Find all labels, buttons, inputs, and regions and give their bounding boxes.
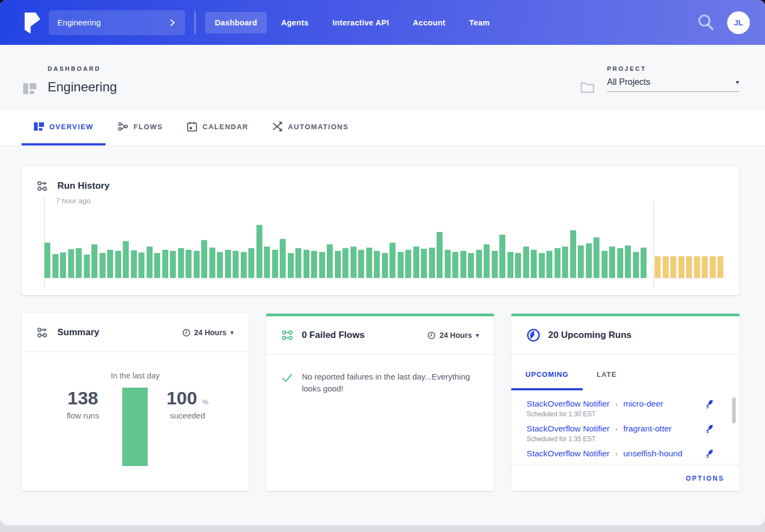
run-history-bar-completed[interactable] xyxy=(123,241,129,278)
run-history-bar-completed[interactable] xyxy=(593,237,599,278)
run-history-bar-completed[interactable] xyxy=(452,252,458,278)
run-history-bar-completed[interactable] xyxy=(44,243,50,278)
run-history-bar-completed[interactable] xyxy=(178,248,184,278)
run-history-bar-completed[interactable] xyxy=(342,248,348,278)
run-history-bar-completed[interactable] xyxy=(186,250,192,278)
search-icon[interactable] xyxy=(696,12,716,33)
run-history-bar-completed[interactable] xyxy=(531,250,537,278)
run-history-bar-completed[interactable] xyxy=(562,247,568,278)
prefect-logo-icon[interactable] xyxy=(16,9,43,36)
rocket-icon[interactable] xyxy=(705,399,716,410)
run-history-bar-completed[interactable] xyxy=(586,243,592,278)
run-history-bar-completed[interactable] xyxy=(319,252,325,278)
summary-period-dropdown[interactable]: 24 Hours ▾ xyxy=(182,328,234,337)
run-history-bar-completed[interactable] xyxy=(445,250,451,278)
run-history-bar-completed[interactable] xyxy=(460,251,466,278)
run-history-bar-completed[interactable] xyxy=(429,248,435,278)
run-history-bar-completed[interactable] xyxy=(264,247,270,278)
run-history-bar-completed[interactable] xyxy=(60,252,66,278)
tab-calendar[interactable]: CALENDAR xyxy=(175,110,260,145)
run-history-bar-completed[interactable] xyxy=(523,247,529,278)
run-history-bar-completed[interactable] xyxy=(248,248,254,278)
run-history-bar-scheduled[interactable] xyxy=(710,256,716,278)
run-history-bar-completed[interactable] xyxy=(209,248,215,278)
run-link[interactable]: fragrant-otter xyxy=(623,424,672,433)
run-history-bar-completed[interactable] xyxy=(398,252,404,278)
run-history-bar-scheduled[interactable] xyxy=(702,256,708,278)
run-history-bar-completed[interactable] xyxy=(499,235,505,278)
run-link[interactable]: unselfish-hound xyxy=(623,449,682,458)
run-history-bar-completed[interactable] xyxy=(546,251,552,278)
run-history-bar-completed[interactable] xyxy=(162,250,168,278)
tab-flows[interactable]: FLOWS xyxy=(105,110,175,145)
run-history-bar-completed[interactable] xyxy=(625,245,631,278)
team-selector-button[interactable]: Engineering xyxy=(49,10,185,35)
run-history-bar-scheduled[interactable] xyxy=(717,256,723,278)
run-history-bar-completed[interactable] xyxy=(374,251,380,278)
run-history-bar-completed[interactable] xyxy=(107,250,113,278)
run-history-bar-scheduled[interactable] xyxy=(686,256,692,278)
subtab-late[interactable]: LATE xyxy=(583,355,631,390)
run-link[interactable]: micro-deer xyxy=(623,399,663,408)
run-history-bar-completed[interactable] xyxy=(68,249,74,278)
run-history-bar-completed[interactable] xyxy=(633,252,639,278)
run-history-bar-completed[interactable] xyxy=(311,251,317,278)
run-history-bar-completed[interactable] xyxy=(327,244,333,278)
run-history-bar-completed[interactable] xyxy=(233,251,239,278)
run-history-bar-completed[interactable] xyxy=(617,248,623,278)
run-history-bar-completed[interactable] xyxy=(468,253,474,278)
run-history-bar-completed[interactable] xyxy=(170,251,176,278)
run-history-bar-completed[interactable] xyxy=(154,253,160,278)
run-history-bar-completed[interactable] xyxy=(539,253,545,278)
rocket-icon[interactable] xyxy=(705,449,716,460)
scrollbar-thumb[interactable] xyxy=(732,397,736,423)
run-history-bar-completed[interactable] xyxy=(225,250,231,278)
run-history-bar-completed[interactable] xyxy=(492,251,498,278)
run-history-bar-completed[interactable] xyxy=(476,250,482,278)
flow-link[interactable]: StackOverflow Notifier xyxy=(526,449,609,458)
run-history-bar-completed[interactable] xyxy=(217,252,223,278)
run-history-bar-scheduled[interactable] xyxy=(655,256,661,278)
run-history-bar-completed[interactable] xyxy=(421,249,427,278)
nav-item-team[interactable]: Team xyxy=(459,12,499,34)
run-history-bar-completed[interactable] xyxy=(76,248,82,278)
run-history-bar-completed[interactable] xyxy=(570,230,576,278)
run-history-bar-completed[interactable] xyxy=(288,253,294,278)
run-history-bar-completed[interactable] xyxy=(335,251,341,278)
run-history-bar-completed[interactable] xyxy=(602,251,608,278)
run-history-bar-completed[interactable] xyxy=(280,239,286,278)
run-history-bar-scheduled[interactable] xyxy=(663,256,669,278)
nav-item-agents[interactable]: Agents xyxy=(271,12,318,34)
failed-flows-period-dropdown[interactable]: 24 Hours ▾ xyxy=(427,331,479,340)
run-history-bar-completed[interactable] xyxy=(515,253,521,278)
run-history-bar-completed[interactable] xyxy=(578,245,584,278)
run-history-bar-completed[interactable] xyxy=(484,244,490,278)
run-history-bar-completed[interactable] xyxy=(382,253,388,278)
options-button[interactable]: OPTIONS xyxy=(686,475,725,482)
run-history-bar-completed[interactable] xyxy=(641,248,647,278)
run-history-bar-completed[interactable] xyxy=(609,247,615,278)
run-history-bar-completed[interactable] xyxy=(304,250,309,278)
run-history-bar-completed[interactable] xyxy=(366,248,372,278)
run-history-bar-completed[interactable] xyxy=(115,251,121,278)
run-history-bar-completed[interactable] xyxy=(100,253,105,278)
project-select[interactable]: All Projects ▾ xyxy=(607,77,739,92)
tab-automations[interactable]: AUTOMATIONS xyxy=(260,110,360,145)
run-history-bar-completed[interactable] xyxy=(147,247,153,278)
run-history-bar-completed[interactable] xyxy=(358,250,364,278)
run-history-bar-completed[interactable] xyxy=(507,252,513,278)
flow-link[interactable]: StackOverflow Notifier xyxy=(526,399,609,408)
flow-link[interactable]: StackOverflow Notifier xyxy=(526,424,609,433)
run-history-bar-completed[interactable] xyxy=(272,250,278,278)
run-history-bar-completed[interactable] xyxy=(390,243,395,278)
run-history-bar-scheduled[interactable] xyxy=(670,256,676,278)
run-history-bar-completed[interactable] xyxy=(131,250,137,278)
user-avatar[interactable]: JL xyxy=(727,11,750,34)
run-history-bar-completed[interactable] xyxy=(437,232,443,278)
run-history-bar-completed[interactable] xyxy=(84,255,90,278)
run-history-bar-scheduled[interactable] xyxy=(678,256,684,278)
run-history-bar-completed[interactable] xyxy=(555,248,560,278)
nav-item-account[interactable]: Account xyxy=(403,12,455,34)
nav-item-dashboard[interactable]: Dashboard xyxy=(205,12,267,34)
rocket-icon[interactable] xyxy=(705,424,716,435)
